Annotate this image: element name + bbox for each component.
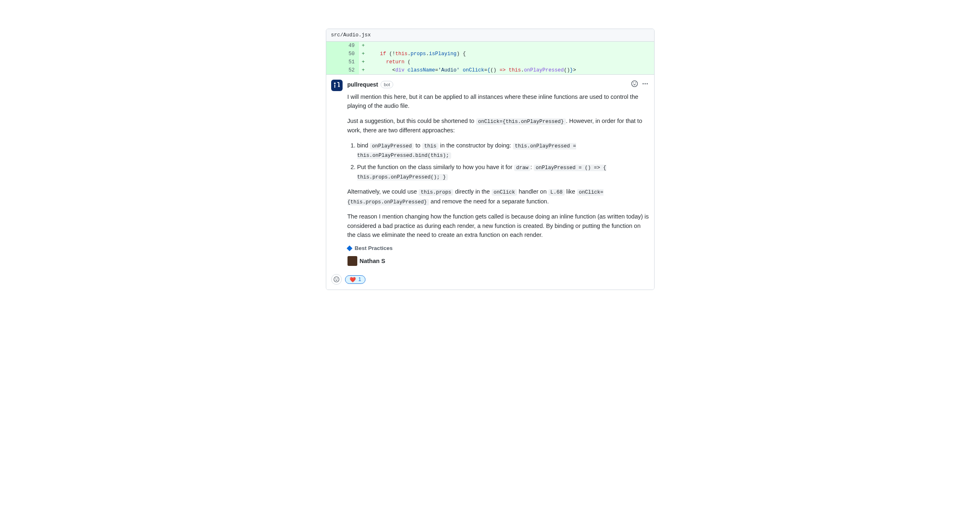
diff-line: 50+ if (!this.props.isPlaying) { <box>326 50 654 58</box>
diff-sign: + <box>359 50 368 58</box>
tag-label: Best Practices <box>355 245 393 251</box>
paragraph: Alternatively, we could use this.props d… <box>347 187 649 206</box>
reaction-bar: ❤️ 1 <box>326 271 654 290</box>
line-number: 49 <box>326 42 359 50</box>
diff-sign: + <box>359 42 368 50</box>
inline-code: onClick={this.onPlayPressed} <box>476 118 566 125</box>
file-path: src/Audio.jsx <box>331 32 371 38</box>
review-card: src/Audio.jsx 49+ 50+ if (!this.props.is… <box>326 29 655 290</box>
line-number: 50 <box>326 50 359 58</box>
kebab-horizontal-icon <box>642 80 648 87</box>
diff-line: 52+ <div className='Audio' onClick={() =… <box>326 66 654 74</box>
comment-body: I will mention this here, but it can be … <box>347 92 649 266</box>
list-item: Put the function on the class similarly … <box>357 163 649 182</box>
reviewer-avatar[interactable] <box>347 256 357 266</box>
reviewer-name: Nathan S <box>360 258 385 264</box>
comment-header: pullrequest bot <box>347 80 649 89</box>
reaction-heart-pill[interactable]: ❤️ 1 <box>345 275 366 284</box>
line-number: 52 <box>326 66 359 74</box>
line-number: 51 <box>326 58 359 66</box>
inline-code: this <box>422 143 439 149</box>
ordered-list: bind onPlayPressed to this in the constr… <box>347 141 649 182</box>
svg-point-2 <box>646 83 648 85</box>
author-avatar[interactable] <box>331 80 343 91</box>
svg-point-0 <box>642 83 644 85</box>
heart-emoji-icon: ❤️ <box>350 277 356 283</box>
diff-line: 49+ <box>326 42 654 50</box>
inline-code: onClick <box>492 189 517 196</box>
inline-code: onPlayPressed <box>370 143 414 149</box>
diff-line: 51+ return ( <box>326 58 654 66</box>
diff-hunk: 49+ 50+ if (!this.props.isPlaying) {51+ … <box>326 42 654 74</box>
paragraph: Just a suggestion, but this could be sho… <box>347 116 649 135</box>
code-content: <div className='Audio' onClick={() => th… <box>368 66 654 74</box>
diff-sign: + <box>359 66 368 74</box>
reaction-count: 1 <box>359 277 361 282</box>
add-reaction-button[interactable] <box>630 80 639 89</box>
inline-code: draw <box>514 165 530 171</box>
smiley-icon <box>334 277 339 282</box>
diamond-icon <box>346 245 352 251</box>
code-content <box>368 42 654 50</box>
inline-code: L.68 <box>548 189 565 196</box>
comment-main: pullrequest bot I will mention this here… <box>347 80 649 271</box>
inline-code: this.props <box>419 189 453 196</box>
diff-sign: + <box>359 58 368 66</box>
tag-row: Best Practices <box>347 245 649 251</box>
kebab-menu-button[interactable] <box>641 80 649 89</box>
add-reaction-button[interactable] <box>331 274 342 285</box>
git-pull-request-icon <box>334 82 340 89</box>
code-content: return ( <box>368 58 654 66</box>
file-path-header: src/Audio.jsx <box>326 29 654 42</box>
reviewer-signoff: Nathan S <box>347 256 649 266</box>
code-content: if (!this.props.isPlaying) { <box>368 50 654 58</box>
smiley-icon <box>631 80 638 87</box>
paragraph: The reason I mention changing how the fu… <box>347 212 649 239</box>
bot-badge: bot <box>381 81 393 88</box>
list-item: bind onPlayPressed to this in the constr… <box>357 141 649 160</box>
author-name[interactable]: pullrequest <box>347 81 378 88</box>
svg-point-1 <box>644 83 646 85</box>
paragraph: I will mention this here, but it can be … <box>347 92 649 111</box>
comment-block: pullrequest bot I will mention this here… <box>326 74 654 271</box>
